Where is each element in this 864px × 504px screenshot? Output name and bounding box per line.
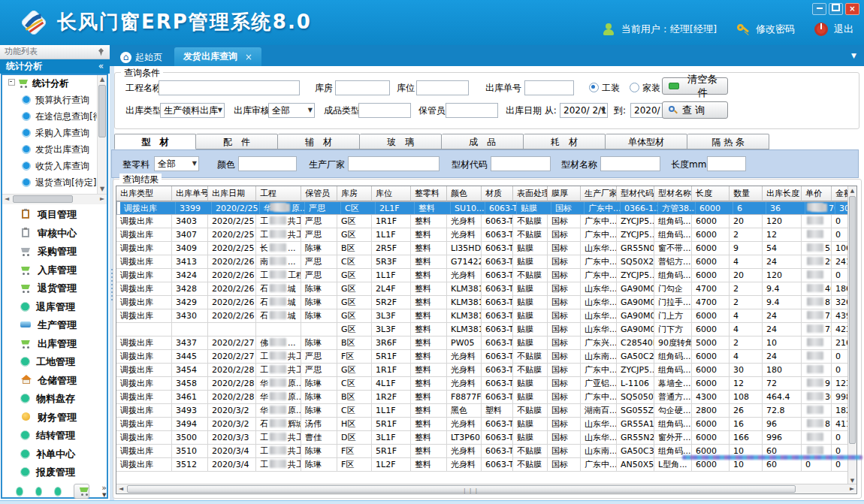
out-type-select[interactable]: 生产领料出库 — [160, 103, 225, 118]
clear-conditions-button[interactable]: 清空条件 — [662, 77, 728, 95]
table-row[interactable]: 调拨出库35002020/3/3工共工程曹佳D区3L1F整料LT3P606063… — [116, 431, 856, 445]
radio-industrial[interactable]: 工装 — [589, 80, 620, 95]
sidebar-item[interactable]: 仓储管理 — [2, 372, 107, 391]
material-tab-6[interactable]: 单体型材 — [606, 134, 687, 149]
tree-horizontal-scrollbar[interactable]: ◄ ► — [2, 194, 107, 204]
scroll-left-icon[interactable]: ◄ — [2, 195, 11, 204]
column-header[interactable]: 出库类型 — [116, 186, 172, 201]
sidebar-item[interactable]: 报废管理 — [2, 463, 107, 482]
location-input[interactable] — [416, 80, 469, 95]
table-horizontal-scrollbar[interactable]: ◄ ❘❘❘ ► — [116, 484, 856, 493]
material-tab-2[interactable]: 辅 材 — [278, 134, 360, 149]
column-header[interactable]: 颜色 — [447, 186, 482, 201]
scroll-up-icon[interactable]: ▲ — [98, 75, 107, 84]
column-header[interactable]: 型材代码 — [617, 186, 654, 201]
sidebar-item[interactable]: 补单中心 — [2, 445, 107, 464]
profile-code-input[interactable] — [491, 156, 551, 171]
close-button[interactable]: × — [845, 3, 859, 15]
column-header[interactable]: 膜厚 — [548, 186, 581, 201]
table-row[interactable]: 调拨出库34942020/3/2石辉城汤伟H区5R1F整料光身料6063-T5贴… — [116, 418, 856, 431]
column-header[interactable]: 出库单号 — [172, 186, 208, 201]
table-row[interactable]: G区3L3F整料KLM38176063-T5贴膜国标山东华...GA90M09.… — [116, 323, 856, 337]
table-row[interactable]: 调拨出库34612020/2/28华原...陈琳B区1R2F整料F8877FT6… — [116, 391, 856, 404]
expander-icon[interactable] — [8, 79, 15, 86]
column-header[interactable]: 数量 — [730, 186, 763, 201]
sidebar-item[interactable]: 生产管理 — [2, 316, 107, 335]
scroll-right-icon[interactable]: ► — [98, 195, 107, 204]
material-tab-0[interactable]: 型 材 — [114, 134, 196, 149]
material-tab-5[interactable]: 耗 材 — [524, 134, 606, 149]
tree-vertical-scrollbar[interactable]: ▲ ▼ — [97, 75, 107, 194]
tree-item[interactable]: 预算执行查询 — [2, 92, 107, 108]
scroll-thumb[interactable] — [98, 85, 106, 137]
material-tab-1[interactable]: 配 件 — [196, 134, 278, 149]
table-row[interactable]: 调拨出库34932020/3/2华原...陈琳C区1L1F整料黑色塑料不贴膜国标… — [116, 404, 856, 418]
table-row[interactable]: 调拨出库34452020/2/27工共工程严思F区5R1F整料光身料6063-T… — [116, 350, 856, 364]
pin-icon[interactable] — [98, 48, 104, 56]
table-row[interactable]: 调拨出库34582020/2/28华原...陈琳C区4L1F整料光身料6063-… — [116, 377, 856, 391]
date-from-picker[interactable]: 2020/ 2/16 — [560, 103, 608, 118]
tree-item[interactable]: 在途信息查询[待 — [2, 108, 107, 125]
table-row[interactable]: 调拨出库34372020/2/27佛...陈琳B区3R6F整料PW056063-… — [116, 337, 856, 350]
change-password-link[interactable]: 修改密码 — [756, 23, 795, 36]
module-dot-icon[interactable] — [35, 487, 43, 496]
sidebar-item[interactable]: 出库管理 — [2, 335, 107, 354]
tree-item[interactable]: 收货入库查询 — [2, 158, 107, 174]
column-header[interactable]: 库房 — [337, 186, 372, 201]
minimize-button[interactable] — [812, 3, 826, 15]
scroll-thumb[interactable] — [849, 196, 856, 444]
search-button[interactable]: 查 询 — [662, 101, 728, 119]
table-row[interactable]: 调拨出库34032020/2/25工共工程严思G区1R1F整料光身料6063-T… — [116, 215, 856, 228]
whole-part-select[interactable]: 全部 — [154, 156, 199, 171]
column-header[interactable]: 整零料 — [411, 186, 447, 201]
column-header[interactable]: 单价 — [802, 186, 832, 201]
table-row[interactable]: 调拨出库33992020/2/25华原...严思C区2L1F整料SU10...6… — [116, 201, 857, 215]
table-vertical-scrollbar[interactable]: ▲ ▼ — [847, 186, 856, 485]
logout-link[interactable]: 退出 — [834, 23, 853, 36]
column-header[interactable]: 型材名称 — [654, 186, 692, 201]
sidebar-item[interactable]: 审核中心 — [2, 225, 107, 243]
table-row[interactable]: 调拨出库34292020/2/26石城陈琳G区5R2F整料KLM38176063… — [116, 296, 856, 309]
table-row[interactable]: 调拨出库35122020/3/4工共工程陈琳F区1L2F整料光身料6063-T5… — [116, 458, 856, 472]
scroll-thumb[interactable] — [13, 195, 73, 203]
column-header[interactable]: 生产厂家 — [581, 186, 617, 201]
order-no-input[interactable] — [524, 80, 574, 95]
table-row[interactable]: 调拨出库34072020/2/25工共工程严思G区1L1F整料光身料6063-T… — [116, 228, 856, 242]
maximize-button[interactable] — [829, 3, 843, 15]
radio-home[interactable]: 家装 — [630, 80, 660, 95]
profile-name-input[interactable] — [600, 156, 660, 171]
overflow-chevron-icon[interactable]: »▾ — [101, 484, 107, 498]
color-input[interactable] — [238, 156, 297, 171]
tree-item[interactable]: 采购入库查询 — [2, 125, 107, 141]
section-header[interactable]: 统计分析 « — [0, 59, 110, 74]
material-tab-3[interactable]: 玻 璃 — [360, 134, 442, 149]
tree-root[interactable]: 统计分析 — [2, 75, 107, 92]
tab-close-icon[interactable]: × — [245, 52, 252, 62]
cart-module-button[interactable] — [74, 484, 89, 499]
scroll-thumb[interactable]: ❘❘❘ — [127, 485, 796, 493]
module-dot-icon[interactable] — [16, 487, 23, 496]
tab-shipment-outbound-query[interactable]: 发货出库查询 × — [174, 47, 261, 66]
product-type-input[interactable] — [358, 103, 411, 118]
scroll-down-icon[interactable]: ▼ — [98, 185, 107, 194]
scroll-left-icon[interactable]: ◄ — [116, 484, 125, 493]
column-header[interactable]: 工程 — [256, 186, 301, 201]
column-header[interactable]: 长度 — [692, 186, 730, 201]
scroll-right-icon[interactable]: ► — [847, 484, 856, 493]
material-tab-4[interactable]: 成 品 — [442, 134, 524, 149]
table-row[interactable]: 调拨出库34302020/2/26石城陈琳G区3L3F整料KLM38176063… — [116, 309, 856, 323]
project-name-input[interactable] — [159, 80, 300, 95]
material-tab-7[interactable]: 隔 热 条 — [687, 134, 769, 149]
table-row[interactable]: 调拨出库34242020/2/26工工程严思G区1L1F整料光身料6063-T5… — [116, 269, 856, 282]
tab-home[interactable]: ⌂ 起始页 — [114, 49, 168, 66]
tree-item[interactable]: 退货查询[待定] — [2, 174, 107, 191]
audit-select[interactable]: 全部 — [268, 103, 315, 118]
sidebar-item[interactable]: 项目管理 — [2, 206, 107, 225]
sidebar-item[interactable]: 财务管理 — [2, 409, 107, 427]
keeper-input[interactable] — [446, 103, 498, 118]
maker-input[interactable] — [348, 156, 440, 171]
collapse-icon[interactable]: « — [98, 59, 104, 74]
sidebar-item[interactable]: 采购管理 — [2, 243, 107, 261]
column-header[interactable]: 保管员 — [301, 186, 337, 201]
module-dot-icon[interactable] — [54, 487, 62, 496]
